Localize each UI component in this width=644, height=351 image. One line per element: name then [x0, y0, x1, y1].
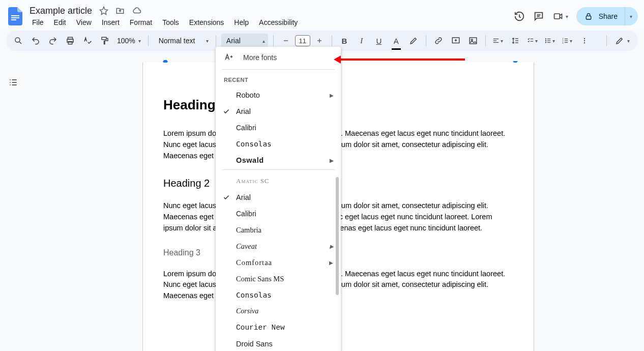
- more-fonts-item[interactable]: More fonts: [216, 47, 341, 68]
- line-spacing-button[interactable]: [508, 34, 522, 48]
- bulleted-list-dropdown[interactable]: ▾: [543, 34, 557, 48]
- zoom-dropdown[interactable]: 100%▾: [115, 37, 143, 45]
- recent-section-label: RECENT: [216, 73, 341, 87]
- redo-icon[interactable]: [46, 34, 60, 48]
- print-icon[interactable]: [63, 34, 77, 48]
- menu-edit[interactable]: Edit: [49, 17, 71, 27]
- decrease-font-size-button[interactable]: [279, 34, 293, 48]
- font-option-consolas[interactable]: Consolas: [216, 136, 341, 152]
- lock-icon: [584, 12, 593, 20]
- font-size-input[interactable]: 11: [295, 35, 310, 46]
- add-font-icon: [224, 53, 233, 62]
- menu-tools[interactable]: Tools: [158, 17, 184, 27]
- menu-extensions[interactable]: Extensions: [185, 17, 228, 27]
- insert-image-button[interactable]: [466, 34, 480, 48]
- font-option-comfortaa[interactable]: Comfortaa▶: [216, 254, 341, 271]
- align-dropdown[interactable]: ▾: [491, 34, 505, 48]
- font-option-courier-new[interactable]: Courier New: [216, 319, 341, 336]
- svg-rect-34: [547, 42, 550, 43]
- submenu-arrow-icon: ▶: [330, 93, 334, 98]
- svg-point-43: [584, 42, 585, 43]
- check-icon: [223, 108, 230, 115]
- numbered-list-dropdown[interactable]: 123▾: [560, 34, 574, 48]
- svg-rect-2: [11, 19, 16, 20]
- font-name-label: Roboto: [236, 91, 260, 99]
- comments-icon[interactable]: [533, 11, 544, 22]
- menu-help[interactable]: Help: [229, 17, 253, 27]
- font-name-label: Calibri: [236, 124, 256, 132]
- font-option-consolas[interactable]: Consolas: [216, 287, 341, 303]
- version-history-icon[interactable]: [514, 11, 525, 22]
- share-button[interactable]: Share ▾: [576, 7, 638, 25]
- font-option-oswald[interactable]: Oswald▶: [216, 152, 341, 168]
- spellcheck-icon[interactable]: [80, 34, 95, 48]
- highlight-color-button[interactable]: [406, 34, 421, 48]
- annotation-arrow: [334, 57, 465, 62]
- style-value: Normal text: [159, 37, 195, 45]
- svg-rect-19: [470, 38, 477, 44]
- font-name-label: Courier New: [236, 324, 285, 332]
- share-dropdown-caret[interactable]: ▾: [625, 7, 637, 25]
- font-name-label: Cambria: [236, 226, 261, 235]
- paragraph-style-dropdown[interactable]: Normal text▾: [154, 37, 211, 45]
- insert-link-button[interactable]: [431, 34, 446, 48]
- svg-rect-32: [547, 39, 550, 39]
- svg-point-20: [471, 39, 473, 41]
- svg-point-7: [15, 38, 20, 42]
- indent-marker-left[interactable]: [163, 60, 168, 62]
- font-option-calibri[interactable]: Calibri: [216, 206, 341, 222]
- font-dropdown-popup: More fonts RECENT Roboto▶ArialCalibriCon…: [216, 47, 341, 351]
- increase-font-size-button[interactable]: [312, 34, 327, 48]
- font-name-label: Arial: [236, 193, 251, 201]
- svg-point-29: [545, 38, 546, 39]
- checklist-dropdown[interactable]: ▾: [525, 34, 540, 48]
- font-option-arial[interactable]: Arial: [216, 189, 341, 206]
- font-name-label: Amatic SC: [236, 177, 270, 185]
- font-name-label: Arial: [236, 107, 251, 115]
- editing-mode-dropdown[interactable]: ▾: [612, 34, 633, 48]
- meet-icon[interactable]: ▾: [552, 11, 568, 21]
- font-option-droid-sans[interactable]: Droid Sans: [216, 336, 341, 351]
- font-name-label: Calibri: [236, 210, 256, 218]
- svg-point-30: [545, 40, 546, 41]
- font-option-cambria[interactable]: Cambria: [216, 222, 341, 238]
- font-option-arial[interactable]: Arial: [216, 103, 341, 120]
- more-fonts-label: More fonts: [243, 53, 277, 62]
- search-icon[interactable]: [11, 34, 25, 48]
- document-title[interactable]: Example article: [27, 6, 94, 16]
- cloud-status-icon[interactable]: [132, 6, 142, 15]
- font-option-comic-sans-ms[interactable]: Comic Sans MS: [216, 271, 341, 287]
- menu-file[interactable]: File: [27, 17, 48, 27]
- font-option-calibri[interactable]: Calibri: [216, 120, 341, 136]
- popup-scrollbar[interactable]: [336, 177, 339, 295]
- text-color-button[interactable]: A: [389, 34, 403, 48]
- menu-accessibility[interactable]: Accessibility: [254, 17, 302, 27]
- undo-icon[interactable]: [28, 34, 43, 48]
- underline-button[interactable]: U: [372, 34, 386, 48]
- font-option-corsiva[interactable]: Corsiva: [216, 303, 341, 319]
- font-option-caveat[interactable]: Caveat▶: [216, 238, 341, 254]
- font-name-label: Comic Sans MS: [236, 275, 284, 283]
- bold-button[interactable]: B: [337, 34, 352, 48]
- menu-bar: FileEditViewInsertFormatToolsExtensionsH…: [27, 17, 302, 27]
- font-option-roboto[interactable]: Roboto▶: [216, 87, 341, 103]
- move-icon[interactable]: [115, 6, 125, 15]
- svg-point-42: [584, 40, 585, 41]
- font-option-amatic-sc[interactable]: Amatic SC: [216, 173, 341, 189]
- paint-format-icon[interactable]: [98, 34, 112, 48]
- share-label: Share: [599, 12, 618, 20]
- italic-button[interactable]: I: [355, 34, 369, 48]
- star-icon[interactable]: [99, 6, 108, 15]
- menu-format[interactable]: Format: [125, 17, 157, 27]
- insert-comment-button[interactable]: [449, 34, 463, 48]
- svg-line-8: [19, 42, 21, 44]
- font-size-value: 11: [299, 37, 306, 45]
- font-family-dropdown[interactable]: Arial▴: [221, 34, 268, 48]
- document-outline-icon[interactable]: [7, 76, 19, 89]
- zoom-value: 100%: [117, 37, 135, 45]
- menu-view[interactable]: View: [72, 17, 96, 27]
- more-toolbar-icon[interactable]: [577, 34, 592, 48]
- menu-insert[interactable]: Insert: [97, 17, 124, 27]
- docs-logo-icon[interactable]: [6, 7, 24, 25]
- font-name-label: Corsiva: [236, 307, 258, 315]
